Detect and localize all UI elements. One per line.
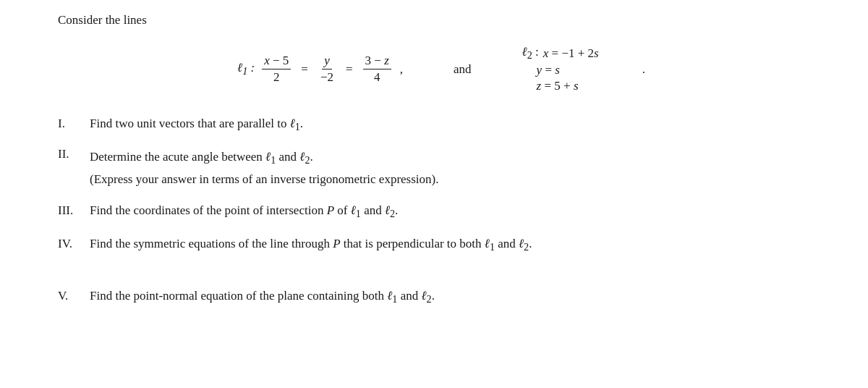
problem-III-number: III. (58, 201, 84, 220)
page-title: Consider the lines (58, 13, 147, 28)
problem-II-number: II. (58, 147, 84, 161)
fraction-2: y −2 (318, 54, 336, 85)
problem-IV-number: IV. (58, 234, 84, 253)
line2-label-text: ℓ2 : (522, 45, 539, 62)
lines-section: ℓ1 : x − 5 2 = y −2 = 3 − z 4 , and ℓ2 :… (58, 45, 825, 93)
spacer (58, 267, 825, 274)
line1-container: ℓ1 : x − 5 2 = y −2 = 3 − z 4 , (237, 54, 403, 85)
problem-V-text: Find the point-normal equation of the pl… (90, 286, 435, 308)
problem-V-number: V. (58, 286, 84, 305)
frac3-numerator: 3 − z (363, 54, 391, 69)
line2-third-eq: z = 5 + s (537, 79, 579, 93)
period-after-line2: . (642, 62, 645, 77)
problem-II-subtext: (Express your answer in terms of an inve… (90, 169, 825, 189)
frac2-numerator: y (322, 54, 332, 69)
line2-container: ℓ2 : x = −1 + 2s y = s z = 5 + s (522, 45, 599, 93)
problem-IV-text: Find the symmetric equations of the line… (90, 234, 532, 256)
problem-II-first-line: II. Determine the acute angle between ℓ1… (58, 147, 825, 169)
line1-label: ℓ1 : (237, 61, 255, 77)
line2-eq3: z = 5 + s (537, 79, 579, 93)
line2-eq1: x = −1 + 2s (543, 46, 599, 61)
problem-I-text: Find two unit vectors that are parallel … (90, 114, 303, 135)
equals-1: = (299, 62, 310, 77)
line2-second-eq: y = s (537, 63, 560, 77)
frac2-denominator: −2 (318, 69, 336, 85)
equals-2: = (344, 62, 354, 77)
fraction-3: 3 − z 4 (363, 54, 391, 85)
problem-I: I. Find two unit vectors that are parall… (58, 114, 825, 135)
problem-I-number: I. (58, 114, 84, 133)
problem-III-text: Find the coordinates of the point of int… (90, 201, 398, 222)
connector-and: and (446, 62, 479, 77)
line2-first-eq: ℓ2 : x = −1 + 2s (522, 45, 599, 62)
problem-V: V. Find the point-normal equation of the… (58, 286, 825, 308)
fraction-1: x − 5 2 (262, 54, 291, 85)
problem-II: II. Determine the acute angle between ℓ1… (58, 147, 825, 188)
header: Consider the lines (58, 13, 825, 28)
comma: , (400, 62, 403, 77)
line2-eq2: y = s (537, 63, 560, 77)
frac3-denominator: 4 (372, 69, 383, 85)
problems-section: I. Find two unit vectors that are parall… (58, 114, 825, 308)
line1-fractions: x − 5 2 = y −2 = 3 − z 4 , (262, 54, 403, 85)
frac1-numerator: x − 5 (262, 54, 291, 69)
problem-IV: IV. Find the symmetric equations of the … (58, 234, 825, 256)
problem-III: III. Find the coordinates of the point o… (58, 201, 825, 222)
problem-II-text: Determine the acute angle between ℓ1 and… (90, 147, 313, 169)
frac1-denominator: 2 (271, 69, 282, 85)
